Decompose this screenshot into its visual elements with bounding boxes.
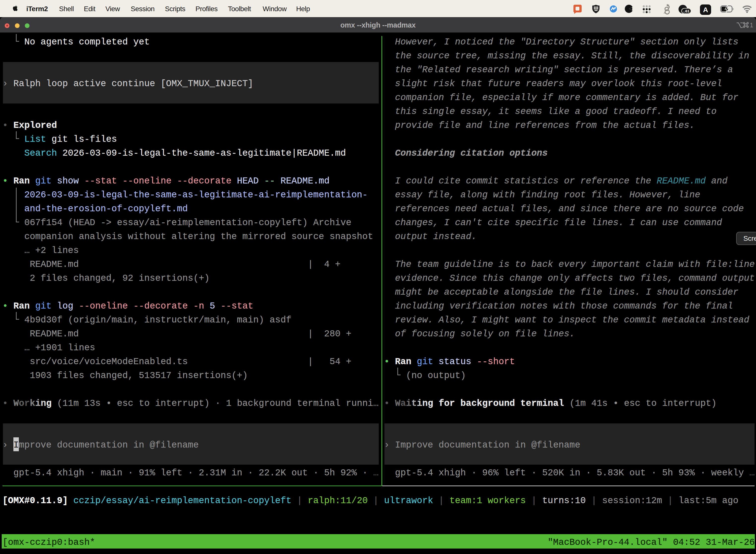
svg-text:1: 1	[750, 21, 753, 29]
svg-text:..61: ..61	[683, 9, 690, 13]
